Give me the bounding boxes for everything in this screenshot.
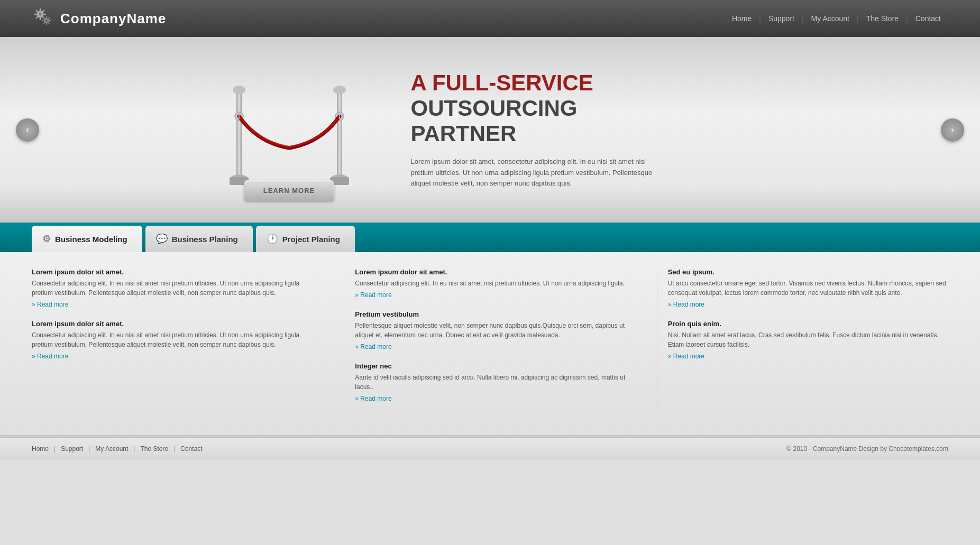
clock-tab-icon: 🕐 [267,233,278,245]
read-more-link-3-1[interactable]: Read more [668,301,704,308]
svg-point-5 [45,20,48,22]
content-block-1-1: Lorem ipsum dolor sit amet. Consectetur … [32,268,312,308]
footer-nav-home[interactable]: Home [32,445,54,452]
block-body: Consectetur adipiscing elit. In eu nisi … [32,279,312,298]
tab-business-modeling-label: Business Modeling [55,235,127,244]
block-body: Aante id velit iaculis adipiscing sed id… [355,373,635,392]
hero-headline: A FULL-SERVICE OUTSOURCINGPARTNER [411,70,781,147]
hero-content: LEARN MORE A FULL-SERVICE OUTSOURCINGPAR… [199,58,781,201]
nav-home[interactable]: Home [725,14,759,23]
read-more-link-2-2[interactable]: Read more [355,343,391,350]
hero-next-button[interactable]: › [941,118,964,142]
block-body: Pellentesque aliquet molestie velit, non… [355,321,635,340]
tab-project-planing[interactable]: 🕐 Project Planing [256,226,355,252]
footer: Home | Support | My Account | The Store … [0,437,980,460]
block-body: Consectetur adipiscing elit. In eu nisi … [355,279,635,288]
tab-business-planing-label: Business Planing [172,235,238,244]
nav-support[interactable]: Support [761,14,802,23]
svg-point-7 [233,86,245,94]
content-block-2-2: Pretium vestibulum Pellentesque aliquet … [355,310,635,350]
hero-text-area: A FULL-SERVICE OUTSOURCINGPARTNER Lorem … [411,70,781,189]
chevron-right-icon: › [951,124,954,135]
block-heading: Integer nec [355,362,635,370]
nav-thestore[interactable]: The Store [859,14,906,23]
block-heading: Lorem ipsum dolor sit amet. [355,268,635,276]
header: CompanyName Home | Support | My Account … [0,0,980,37]
footer-nav: Home | Support | My Account | The Store … [32,445,208,452]
chat-tab-icon: 💬 [156,233,168,245]
svg-rect-11 [337,90,342,180]
read-more-link-1-1[interactable]: Read more [32,301,68,308]
content-col-3: Sed eu ipsum. Ut arcu consectetur ornare… [657,268,948,414]
footer-nav-contact[interactable]: Contact [175,445,207,452]
tab-business-modeling[interactable]: ⚙ Business Modeling [32,226,142,252]
hero-headline-dark: OUTSOURCINGPARTNER [411,96,578,146]
block-heading: Sed eu ipsum. [668,268,948,276]
hero-image: LEARN MORE [199,58,379,201]
block-heading: Lorem ipsum dolor sit amet. [32,268,312,276]
tabs-bar: ⚙ Business Modeling 💬 Business Planing 🕐… [0,223,980,252]
svg-point-12 [333,86,346,94]
content-block-2-1: Lorem ipsum dolor sit amet. Consectetur … [355,268,635,299]
read-more-link-2-3[interactable]: Read more [355,395,391,402]
logo-area: CompanyName [32,6,166,32]
hero-description: Lorem ipsum dolor sit amet, consectetur … [411,156,665,189]
content-col-1: Lorem ipsum dolor sit amet. Consectetur … [32,268,323,414]
tab-business-planing[interactable]: 💬 Business Planing [145,226,253,252]
nav-myaccount[interactable]: My Account [804,14,857,23]
read-more-link-2-1[interactable]: Read more [355,291,391,299]
block-heading: Lorem ipsum dolor sit amet. [32,320,312,328]
tab-project-planing-label: Project Planing [282,235,340,244]
content-col-2: Lorem ipsum dolor sit amet. Consectetur … [344,268,635,414]
content-block-2-3: Integer nec Aante id velit iaculis adipi… [355,362,635,402]
read-more-link-3-2[interactable]: Read more [668,353,704,360]
block-body: Ut arcu consectetur ornare eget sed tort… [668,279,948,298]
footer-nav-myaccount[interactable]: My Account [90,445,133,452]
block-body: Consectetur adipiscing elit. In eu nisi … [32,330,312,349]
footer-copyright: © 2010 - CompanyName Design by Chocotemp… [786,445,948,452]
logo-text: CompanyName [60,11,166,27]
gear-tab-icon: ⚙ [42,233,51,245]
hero-prev-button[interactable]: ‹ [16,118,39,142]
hero-headline-red: A FULL-SERVICE [411,70,593,95]
block-heading: Proin quis enim. [668,320,948,328]
svg-rect-6 [236,90,242,180]
content-block-3-2: Proin quis enim. Nisi. Nullam sit amet e… [668,320,948,360]
learn-more-button[interactable]: LEARN MORE [244,180,334,201]
footer-nav-support[interactable]: Support [56,445,88,452]
gear-icon [32,6,55,32]
block-heading: Pretium vestibulum [355,310,635,318]
svg-point-2 [39,13,42,15]
content-block-1-2: Lorem ipsum dolor sit amet. Consectetur … [32,320,312,360]
content-section: Lorem ipsum dolor sit amet. Consectetur … [0,252,980,435]
footer-nav-thestore[interactable]: The Store [135,445,173,452]
chevron-left-icon: ‹ [26,124,29,135]
hero-banner: ‹ [0,37,980,223]
read-more-link-1-2[interactable]: Read more [32,353,68,360]
main-nav: Home | Support | My Account | The Store … [725,14,948,23]
block-body: Nisi. Nullam sit amet erat lacus. Cras s… [668,330,948,349]
content-block-3-1: Sed eu ipsum. Ut arcu consectetur ornare… [668,268,948,308]
nav-contact[interactable]: Contact [908,14,948,23]
